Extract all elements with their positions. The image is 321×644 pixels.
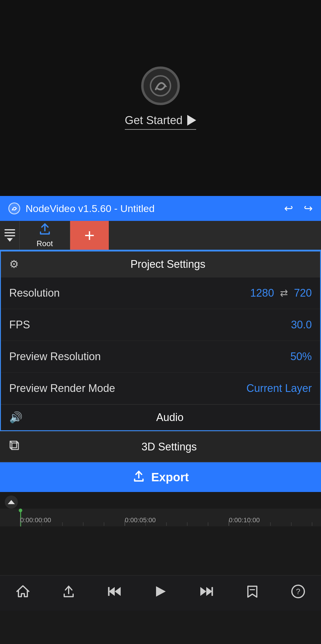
play-icon [153, 584, 168, 602]
swap-icon: ⇄ [280, 287, 288, 299]
audio-section[interactable]: 🔊 Audio [1, 404, 320, 430]
app-logo [141, 67, 180, 105]
preview-render-mode-label: Preview Render Mode [9, 382, 115, 395]
tab-toggle[interactable] [0, 221, 20, 250]
bookmark-icon [245, 584, 260, 602]
timeline-area: 0:00:00:00 0:00:05:00 0:00:10:00 [0, 492, 321, 575]
svg-point-0 [150, 76, 170, 96]
app-title: NodeVideo v1.5.60 - Untitled [26, 203, 155, 214]
project-settings-title: Project Settings [24, 258, 312, 270]
threed-icon [8, 439, 20, 454]
share-button[interactable] [54, 581, 84, 605]
preview-render-mode-row[interactable]: Preview Render Mode Current Layer [1, 373, 320, 404]
export-label: Export [151, 471, 189, 484]
audio-icon: 🔊 [9, 411, 23, 424]
tab-root-label: Root [37, 239, 53, 248]
svg-marker-23 [109, 587, 115, 596]
title-bar-logo [8, 202, 20, 214]
audio-label: Audio [28, 411, 312, 424]
redo-button[interactable]: ↪ [304, 202, 313, 215]
rewind-button[interactable] [100, 581, 130, 605]
resolution-width: 1280 [250, 287, 274, 299]
help-button[interactable]: ? [283, 581, 313, 605]
hamburger-icon [4, 229, 15, 236]
resolution-label: Resolution [9, 287, 60, 299]
resolution-value: 1280 ⇄ 720 [250, 287, 312, 299]
fast-forward-button[interactable] [191, 581, 221, 605]
preview-render-mode-value: Current Layer [246, 382, 312, 395]
get-started-label: Get Started [125, 114, 182, 127]
rewind-icon [107, 584, 122, 602]
title-bar: NodeVideo v1.5.60 - Untitled ↩ ↪ [0, 196, 321, 221]
threed-settings-section[interactable]: 3D Settings [0, 431, 321, 462]
preview-resolution-row[interactable]: Preview Resolution 50% [1, 341, 320, 373]
threed-label: 3D Settings [26, 441, 313, 453]
undo-button[interactable]: ↩ [284, 202, 293, 215]
bottom-nav: ? [0, 575, 321, 611]
export-button[interactable]: Export [0, 462, 321, 492]
get-started-row[interactable]: Get Started [125, 114, 196, 130]
fast-forward-icon [199, 584, 214, 602]
fps-row[interactable]: FPS 30.0 [1, 309, 320, 341]
svg-rect-25 [108, 587, 109, 596]
get-started-play-icon [187, 115, 196, 126]
tab-root[interactable]: Root [20, 221, 70, 250]
timeline-ruler: 0:00:00:00 0:00:05:00 0:00:10:00 [0, 509, 321, 526]
svg-marker-24 [115, 587, 121, 596]
help-icon: ? [291, 584, 306, 602]
export-upload-icon [132, 469, 145, 485]
main-panel: ⚙ Project Settings Resolution 1280 ⇄ 720… [0, 251, 321, 431]
title-bar-right: ↩ ↪ [284, 202, 313, 215]
home-icon [15, 584, 30, 602]
svg-text:?: ? [296, 587, 300, 596]
resolution-row[interactable]: Resolution 1280 ⇄ 720 [1, 277, 320, 309]
settings-gear-icon: ⚙ [9, 258, 19, 270]
svg-rect-29 [212, 587, 213, 596]
upload-icon [39, 223, 51, 238]
add-icon: + [84, 227, 95, 244]
preview-resolution-value: 50% [290, 350, 312, 363]
project-settings-header: ⚙ Project Settings [1, 251, 320, 277]
preview-area: Get Started [0, 0, 321, 196]
svg-marker-26 [156, 586, 166, 597]
tab-add[interactable]: + [70, 221, 109, 250]
title-bar-left: NodeVideo v1.5.60 - Untitled [8, 202, 155, 214]
preview-resolution-label: Preview Resolution [9, 350, 101, 363]
svg-rect-4 [12, 443, 18, 450]
bookmark-button[interactable] [237, 581, 267, 605]
home-button[interactable] [8, 581, 38, 605]
svg-marker-28 [206, 587, 212, 596]
chevron-down-icon [7, 238, 13, 242]
tab-bar: Root + [0, 221, 321, 251]
fps-label: FPS [9, 319, 30, 331]
share-icon [61, 584, 76, 602]
fps-value: 30.0 [291, 319, 312, 331]
svg-marker-27 [200, 587, 206, 596]
play-button[interactable] [146, 581, 175, 605]
resolution-height: 720 [294, 287, 312, 299]
